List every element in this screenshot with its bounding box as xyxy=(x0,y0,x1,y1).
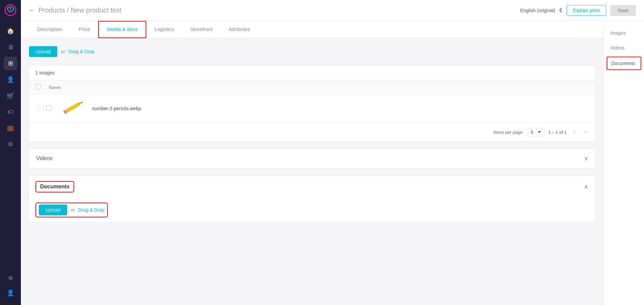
header-actions: English (original) € Explain price Save xyxy=(520,5,636,16)
page-title: Products / New product test xyxy=(38,6,520,14)
right-sidebar-images[interactable]: Images xyxy=(604,26,644,40)
right-sidebar-documents[interactable]: Documents xyxy=(607,57,641,70)
images-count-header: 1 images xyxy=(29,65,595,81)
page-info: 1 – 1 of 1 xyxy=(548,130,566,135)
videos-collapse-icon[interactable]: ∨ xyxy=(584,155,588,162)
sidebar-item-tags[interactable]: 🏷 xyxy=(4,105,17,119)
back-button[interactable]: ← xyxy=(29,7,35,14)
image-table-row: ⋮⋮ xyxy=(29,94,595,123)
sidebar-item-monitor[interactable]: 🖥 xyxy=(4,40,17,54)
right-sidebar-videos[interactable]: Videos xyxy=(604,41,644,55)
tab-storefront[interactable]: Storefront xyxy=(182,21,221,38)
sidebar-item-grid[interactable]: ⊞ xyxy=(4,57,17,70)
header-checkbox-col xyxy=(35,84,49,91)
app-logo[interactable] xyxy=(4,4,17,16)
save-button[interactable]: Save xyxy=(610,5,636,16)
row-checkbox-col xyxy=(46,105,60,112)
name-column-header: Name xyxy=(49,85,61,90)
documents-or-text: or xyxy=(70,207,75,213)
breadcrumb-current: New product test xyxy=(71,6,121,14)
videos-section-header[interactable]: Videos ∨ xyxy=(29,149,595,168)
breadcrumb-products[interactable]: Products xyxy=(38,6,65,14)
page-header: ← Products / New product test English (o… xyxy=(21,0,644,21)
documents-upload-row: Upload or Drag & Drop xyxy=(36,203,107,217)
documents-section: Documents ∧ Upload or Drag & Drop xyxy=(29,175,595,222)
image-filename: number-2-pencils.webp xyxy=(92,106,141,111)
sidebar-item-settings[interactable]: ⚙ xyxy=(4,138,17,151)
image-thumbnail xyxy=(60,98,87,119)
breadcrumb-separator: / xyxy=(67,6,71,14)
images-drag-drop-link[interactable]: Drag & Drop xyxy=(68,49,95,54)
content-area: Description Price Media & docs Logistics… xyxy=(21,21,644,305)
prev-page-button[interactable]: ‹ xyxy=(570,128,578,136)
items-per-page-label: Items per page: xyxy=(493,130,524,135)
sidebar-item-profile[interactable]: 👤 xyxy=(4,286,17,300)
sidebar: 🏠 🖥 ⊞ 👤 🛒 🏷 💼 ⚙ ⊕ 👤 xyxy=(0,0,21,305)
images-section-card: 1 images Name ⋮⋮ xyxy=(29,65,595,142)
videos-section-title: Videos xyxy=(36,155,53,161)
documents-section-title: Documents xyxy=(40,184,69,189)
next-page-button[interactable]: › xyxy=(582,128,589,136)
images-upload-button[interactable]: Upload xyxy=(29,46,57,57)
select-all-checkbox[interactable] xyxy=(35,84,41,89)
svg-line-8 xyxy=(67,104,79,111)
row-checkbox[interactable] xyxy=(46,105,52,111)
sidebar-item-add[interactable]: ⊕ xyxy=(4,271,17,285)
documents-section-header[interactable]: Documents ∧ xyxy=(29,176,595,198)
sidebar-item-orders[interactable]: 💼 xyxy=(4,121,17,135)
tab-description[interactable]: Description xyxy=(29,21,70,38)
currency-display: € xyxy=(559,7,562,13)
language-selector[interactable]: English (original) xyxy=(520,8,555,13)
explain-price-button[interactable]: Explain price xyxy=(566,5,606,16)
svg-point-1 xyxy=(9,8,11,10)
sidebar-item-users[interactable]: 👤 xyxy=(4,73,17,86)
images-upload-row: Upload or Drag & Drop xyxy=(29,46,595,57)
tab-price[interactable]: Price xyxy=(70,21,98,38)
page-body: Upload or Drag & Drop 1 images Name xyxy=(21,38,604,305)
videos-section: Videos ∨ xyxy=(29,148,595,169)
items-per-page-select[interactable]: 5 10 25 50 xyxy=(528,128,544,136)
tabs-bar: Description Price Media & docs Logistics… xyxy=(21,21,604,38)
tab-logistics[interactable]: Logistics xyxy=(146,21,182,38)
tab-attributes[interactable]: Attributes xyxy=(221,21,258,38)
documents-collapse-icon[interactable]: ∧ xyxy=(584,183,588,190)
documents-upload-button[interactable]: Upload xyxy=(39,205,67,215)
upload-or-text: or xyxy=(61,49,65,54)
tabs-content: Description Price Media & docs Logistics… xyxy=(21,21,604,305)
drag-handle-icon[interactable]: ⋮⋮ xyxy=(35,105,43,112)
sidebar-item-shop[interactable]: 🛒 xyxy=(4,89,17,102)
right-sidebar: Images Videos Documents xyxy=(604,21,644,305)
sidebar-item-home[interactable]: 🏠 xyxy=(4,24,17,38)
tab-media-docs[interactable]: Media & docs xyxy=(98,21,146,38)
images-table-header: Name xyxy=(29,81,595,94)
documents-drag-drop-link[interactable]: Drag & Drop xyxy=(78,207,105,213)
documents-section-body: Upload or Drag & Drop xyxy=(29,198,595,222)
main-content: ← Products / New product test English (o… xyxy=(21,0,644,305)
pagination-row: Items per page: 5 10 25 50 1 – 1 of 1 ‹ … xyxy=(29,123,595,141)
